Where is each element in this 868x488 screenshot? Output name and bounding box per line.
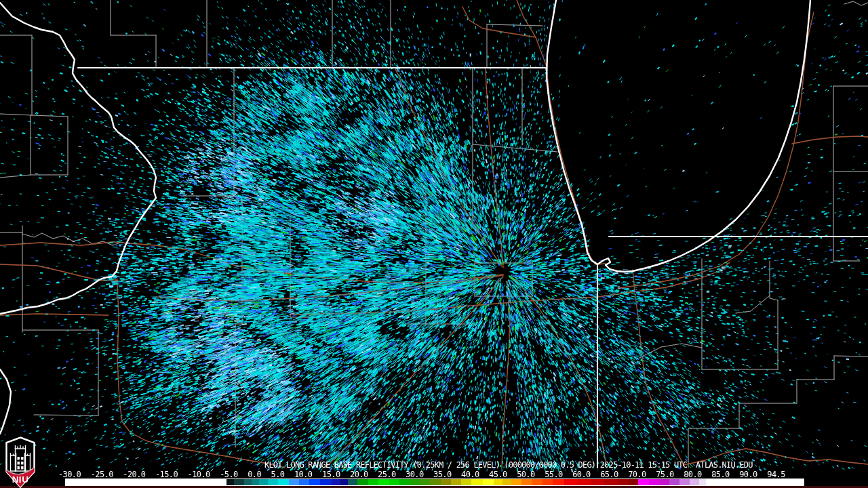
niu-wordmark: NIU <box>12 474 29 485</box>
radar-screen: KLOT LONG RANGE BASE REFLECTIVITY (0.25K… <box>0 0 868 488</box>
radar-map-canvas <box>0 0 868 488</box>
niu-logo: NIU <box>5 436 36 488</box>
